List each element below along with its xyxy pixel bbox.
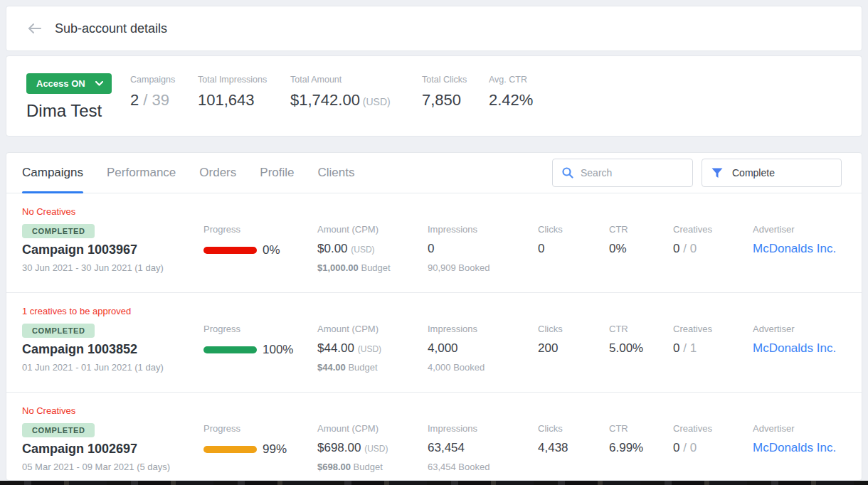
col-impressions: Impressions 0 90,909 Booked [428,206,538,292]
campaign-row: No Creatives COMPLETED Campaign 1003967 … [6,193,862,293]
stat-label: Avg. CTR [489,75,533,85]
campaign-name: Campaign 1002697 [22,442,203,457]
col-creatives: Creatives 0 / 0 [673,405,753,481]
advertiser-link[interactable]: McDonalds Inc. [753,441,836,455]
col-label: Advertiser [753,224,836,235]
progress-bar [203,247,257,254]
col-label: Creatives [673,324,753,334]
arrow-left-icon [28,23,42,34]
col-amount: Amount (CPM) $0.00 (USD) $1,000.00 Budge… [317,206,428,292]
col-ctr: CTR 6.99% [609,405,673,481]
stat-label: Total Amount [290,75,422,85]
col-label: Progress [203,423,317,434]
campaign-dates: 30 Jun 2021 - 30 Jun 2021 (1 day) [22,262,203,273]
stat-total-clicks: Total Clicks 7,850 [422,73,489,110]
stat-total-amount: Total Amount $1,742.00 (USD) [290,73,422,110]
col-label: Impressions [428,423,538,434]
col-label: Amount (CPM) [317,224,428,235]
creatives-warning: No Creatives [22,206,203,217]
stat-value: $1,742.00 (USD) [290,91,422,110]
col-label: Impressions [428,224,538,235]
col-advertiser: Advertiser McDonalds Inc. [753,405,836,481]
search-box [552,159,693,187]
col-clicks: Clicks 4,438 [538,405,609,481]
campaigns-panel: Campaigns Performance Orders Profile Cli… [6,152,862,481]
tab-orders[interactable]: Orders [199,153,236,193]
col-label: Creatives [673,224,753,235]
col-creatives: Creatives 0 / 1 [673,306,753,392]
col-impressions: Impressions 63,454 63,454 Booked [428,405,538,481]
advertiser-link[interactable]: McDonalds Inc. [753,341,836,356]
col-label: Advertiser [753,423,836,434]
col-amount: Amount (CPM) $698.00 (USD) $698.00 Budge… [317,405,428,481]
page-title: Sub-account details [55,21,167,36]
campaign-name: Campaign 1003967 [22,242,203,257]
col-label: Impressions [428,324,538,334]
search-input[interactable] [581,167,685,178]
campaign-dates: 01 Jun 2021 - 01 Jun 2021 (1 day) [22,362,203,373]
col-ctr: CTR 5.00% [609,306,673,392]
col-progress: Progress 100% [203,306,317,392]
toolbar: Complete [552,159,842,187]
col-clicks: Clicks 200 [538,306,609,392]
back-button[interactable] [28,23,42,34]
col-label: CTR [609,324,673,334]
stat-value: 101,643 [198,91,290,110]
progress-bar [203,346,257,353]
col-amount: Amount (CPM) $44.00 (USD) $44.00 Budget [317,306,428,392]
page-header: Sub-account details [6,6,862,51]
col-ctr: CTR 0% [609,206,673,292]
tab-campaigns[interactable]: Campaigns [22,153,83,193]
status-filter-value: Complete [732,167,775,178]
col-advertiser: Advertiser McDonalds Inc. [753,306,836,392]
col-label: Clicks [538,324,609,334]
stat-label: Total Clicks [422,75,489,85]
progress-percent: 100% [263,343,293,357]
tabs-row: Campaigns Performance Orders Profile Cli… [6,153,862,193]
col-advertiser: Advertiser McDonalds Inc. [753,206,836,292]
access-toggle-label: Access ON [36,78,85,89]
stat-campaigns: Campaigns 2 / 39 [130,73,198,110]
status-filter-dropdown[interactable]: Complete [702,159,842,187]
col-progress: Progress 99% [203,405,317,481]
col-label: Creatives [673,423,753,434]
chevron-down-icon [95,81,103,86]
campaign-info: 1 creatives to be approved COMPLETED Cam… [22,306,203,392]
col-label: Amount (CPM) [317,423,428,434]
stat-value: 2.42% [489,91,533,110]
access-toggle-button[interactable]: Access ON [26,73,112,94]
advertiser-link[interactable]: McDonalds Inc. [753,242,836,256]
col-label: CTR [609,224,673,235]
col-label: Advertiser [753,324,836,334]
col-clicks: Clicks 0 [538,206,609,292]
account-name: Dima Test [26,101,130,121]
col-label: Clicks [538,224,609,235]
status-badge: COMPLETED [22,224,95,238]
col-creatives: Creatives 0 / 0 [673,206,753,292]
stat-value: 2 / 39 [130,91,198,110]
stat-label: Campaigns [130,75,198,85]
stat-value: 7,850 [422,91,489,110]
progress-bar [203,446,257,453]
tab-clients[interactable]: Clients [317,153,354,193]
search-icon [562,167,573,178]
cutoff-content-strip [0,481,868,485]
status-badge: COMPLETED [22,423,95,437]
campaign-row: No Creatives COMPLETED Campaign 1002697 … [6,393,862,481]
account-summary: Access ON Dima Test Campaigns 2 / 39 Tot… [6,55,862,137]
col-label: Amount (CPM) [317,324,428,334]
tabs: Campaigns Performance Orders Profile Cli… [22,153,354,193]
tab-performance[interactable]: Performance [107,153,176,193]
progress-percent: 0% [263,243,280,257]
campaign-row: 1 creatives to be approved COMPLETED Cam… [6,293,862,393]
col-label: Progress [203,224,317,235]
tab-profile[interactable]: Profile [260,153,294,193]
campaign-dates: 05 Mar 2021 - 09 Mar 2021 (5 days) [22,462,203,472]
progress-percent: 99% [263,442,287,457]
col-label: Progress [203,324,317,334]
campaign-info: No Creatives COMPLETED Campaign 1002697 … [22,405,203,481]
creatives-warning: No Creatives [22,405,203,416]
col-label: Clicks [538,423,609,434]
campaign-name: Campaign 1003852 [22,342,203,357]
stat-total-impressions: Total Impressions 101,643 [198,73,290,110]
